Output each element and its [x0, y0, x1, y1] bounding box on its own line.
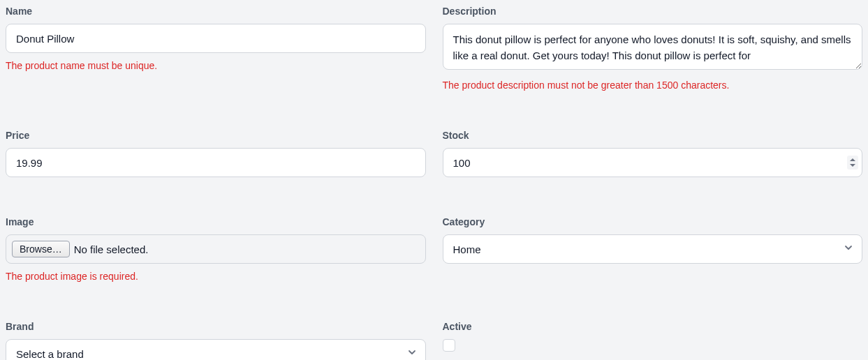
browse-button[interactable]: Browse…	[12, 241, 70, 257]
brand-field: Brand Select a brand The brand id field …	[6, 321, 426, 360]
name-field: Name The product name must be unique.	[6, 6, 426, 91]
image-field: Image Browse… No file selected. The prod…	[6, 216, 426, 282]
name-label: Name	[6, 6, 426, 17]
stock-label: Stock	[443, 130, 863, 141]
stock-input[interactable]	[443, 148, 863, 177]
description-label: Description	[443, 6, 863, 17]
brand-select[interactable]: Select a brand	[6, 339, 426, 360]
image-file-picker[interactable]: Browse… No file selected.	[6, 234, 426, 264]
name-input[interactable]	[6, 24, 426, 53]
category-label: Category	[443, 216, 863, 227]
price-input[interactable]	[6, 148, 426, 177]
price-field: Price	[6, 130, 426, 177]
description-textarea[interactable]: This donut pillow is perfect for anyone …	[443, 24, 863, 70]
active-label: Active	[443, 321, 863, 332]
brand-label: Brand	[6, 321, 426, 332]
category-select[interactable]: Home	[443, 234, 863, 264]
category-field: Category Home	[443, 216, 863, 282]
description-field: Description This donut pillow is perfect…	[443, 6, 863, 91]
description-error: The product description must not be grea…	[443, 80, 863, 91]
image-label: Image	[6, 216, 426, 227]
price-label: Price	[6, 130, 426, 141]
active-checkbox[interactable]	[443, 339, 455, 352]
active-field: Active	[443, 321, 863, 360]
image-error: The product image is required.	[6, 271, 426, 282]
name-error: The product name must be unique.	[6, 60, 426, 71]
stock-field: Stock	[443, 130, 863, 177]
file-status-text: No file selected.	[74, 243, 149, 255]
